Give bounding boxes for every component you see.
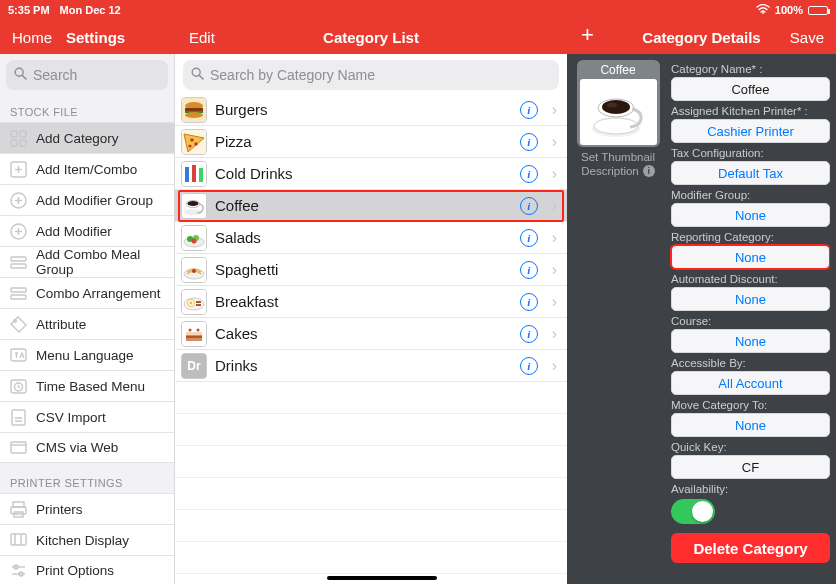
category-row-cold-drinks[interactable]: Cold Drinksi›	[175, 158, 567, 190]
label-availability: Availability:	[671, 483, 830, 495]
printer-icon	[10, 501, 27, 518]
sidebar-item-label: Add Category	[36, 131, 119, 146]
info-icon[interactable]: i	[520, 261, 538, 279]
info-icon[interactable]: i	[520, 229, 538, 247]
field-move-category[interactable]: None	[671, 413, 830, 437]
sidebar-item-label: Add Item/Combo	[36, 162, 137, 177]
label-modifier-group: Modifier Group:	[671, 189, 830, 201]
category-search-input[interactable]: Search by Category Name	[183, 60, 559, 90]
sidebar-item-combo-arrangement[interactable]: Combo Arrangement	[0, 277, 174, 308]
info-icon[interactable]: i	[520, 293, 538, 311]
plus-circle-icon	[10, 192, 27, 209]
info-icon[interactable]: i	[520, 133, 538, 151]
svg-rect-28	[11, 507, 26, 514]
sidebar-item-add-category[interactable]: Add Category	[0, 122, 174, 153]
field-modifier-group[interactable]: None	[671, 203, 830, 227]
tag-icon	[10, 316, 27, 333]
category-row-salads[interactable]: Saladsi›	[175, 222, 567, 254]
sidebar-item-print-options[interactable]: Print Options	[0, 555, 174, 584]
thumbnail-card[interactable]: Coffee	[577, 60, 660, 147]
sidebar-item-label: Menu Language	[36, 348, 134, 363]
category-name-label: Spaghetti	[215, 261, 512, 278]
status-date: Mon Dec 12	[60, 4, 121, 16]
info-icon[interactable]: i	[643, 165, 655, 177]
svg-rect-41	[185, 108, 203, 111]
home-indicator[interactable]	[327, 576, 437, 580]
sidebar-item-kitchen-display[interactable]: Kitchen Display	[0, 524, 174, 555]
sidebar-item-add-item-combo[interactable]: Add Item/Combo	[0, 153, 174, 184]
field-accessible-by[interactable]: All Account	[671, 371, 830, 395]
field-category-name[interactable]: Coffee	[671, 77, 830, 101]
chevron-right-icon: ›	[552, 261, 557, 279]
category-row-pizza[interactable]: Pizzai›	[175, 126, 567, 158]
csv-icon	[10, 409, 27, 426]
section-stock-file: STOCK FILE	[0, 92, 174, 122]
save-button[interactable]: Save	[790, 29, 824, 46]
field-quick-key[interactable]: CF	[671, 455, 830, 479]
field-printer[interactable]: Cashier Printer	[671, 119, 830, 143]
category-details-pane: Coffee S	[567, 54, 836, 584]
edit-button[interactable]: Edit	[189, 29, 215, 46]
status-bar: 5:35 PM Mon Dec 12 100%	[0, 0, 836, 20]
set-thumbnail-button[interactable]: Set Thumbnail	[581, 151, 655, 163]
stack-icon	[10, 254, 27, 271]
availability-toggle[interactable]	[671, 499, 715, 524]
svg-point-74	[189, 328, 192, 331]
info-icon[interactable]: i	[520, 357, 538, 375]
field-course[interactable]: None	[671, 329, 830, 353]
svg-rect-68	[196, 301, 201, 303]
svg-point-79	[602, 100, 630, 114]
category-row-spaghetti[interactable]: Spaghettii›	[175, 254, 567, 286]
home-button[interactable]: Home	[12, 29, 52, 46]
info-icon[interactable]: i	[520, 101, 538, 119]
add-category-button[interactable]: +	[581, 22, 594, 48]
category-row-coffee[interactable]: Coffeei›	[175, 190, 567, 222]
sidebar-item-time-based-menu[interactable]: Time Based Menu	[0, 370, 174, 401]
sidebar-item-csv-import[interactable]: CSV Import	[0, 401, 174, 432]
category-thumb-icon	[181, 129, 207, 155]
sidebar-item-menu-language[interactable]: Menu Language	[0, 339, 174, 370]
chevron-right-icon: ›	[552, 165, 557, 183]
field-reporting-category[interactable]: None	[671, 245, 830, 269]
sidebar-item-add-modifier-group[interactable]: Add Modifier Group	[0, 184, 174, 215]
category-thumb-icon	[181, 289, 207, 315]
field-automated-discount[interactable]: None	[671, 287, 830, 311]
svg-point-47	[188, 144, 191, 147]
search-icon	[191, 67, 204, 83]
category-row-breakfast[interactable]: Breakfasti›	[175, 286, 567, 318]
svg-rect-19	[11, 295, 26, 299]
svg-line-38	[199, 75, 203, 79]
sidebar-item-cms-via-web[interactable]: CMS via Web	[0, 432, 174, 463]
settings-sidebar: Search STOCK FILE Add CategoryAdd Item/C…	[0, 54, 175, 584]
category-row-drinks[interactable]: DrDrinksi›	[175, 350, 567, 382]
field-tax[interactable]: Default Tax	[671, 161, 830, 185]
svg-rect-6	[20, 140, 26, 146]
sidebar-item-attribute[interactable]: Attribute	[0, 308, 174, 339]
sidebar-item-add-modifier[interactable]: Add Modifier	[0, 215, 174, 246]
sidebar-item-printers[interactable]: Printers	[0, 493, 174, 524]
plus-circle-icon	[10, 223, 27, 240]
category-row-burgers[interactable]: Burgersi›	[175, 94, 567, 126]
svg-point-63	[192, 269, 196, 273]
label-quick-key: Quick Key:	[671, 441, 830, 453]
category-row-cakes[interactable]: Cakesi›	[175, 318, 567, 350]
sidebar-item-label: CMS via Web	[36, 440, 118, 455]
category-list-title: Category List	[323, 29, 419, 46]
info-icon[interactable]: i	[520, 325, 538, 343]
settings-title: Settings	[66, 29, 125, 46]
svg-rect-27	[13, 502, 24, 507]
svg-point-75	[197, 328, 200, 331]
svg-point-67	[190, 301, 193, 304]
svg-rect-73	[186, 336, 202, 338]
svg-rect-30	[11, 534, 26, 545]
sidebar-search-input[interactable]: Search	[6, 60, 168, 90]
sidebar-item-add-combo-meal-group[interactable]: Add Combo Meal Group	[0, 246, 174, 277]
lang-icon	[10, 347, 27, 364]
info-icon[interactable]: i	[520, 165, 538, 183]
delete-category-button[interactable]: Delete Category	[671, 533, 830, 563]
svg-rect-49	[185, 167, 189, 182]
svg-point-45	[190, 138, 194, 142]
svg-line-2	[22, 75, 26, 79]
info-icon[interactable]: i	[520, 197, 538, 215]
slider-icon	[10, 562, 27, 579]
